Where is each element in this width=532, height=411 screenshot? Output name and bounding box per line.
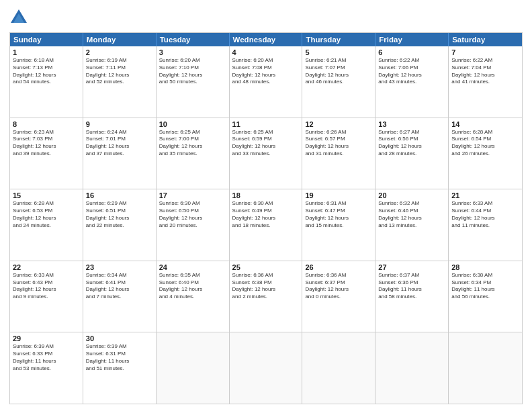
cell-line: Sunset: 6:56 PM (378, 136, 445, 143)
day-number: 5 (305, 48, 372, 56)
cal-cell-day-12: 12Sunrise: 6:26 AMSunset: 6:57 PMDayligh… (302, 118, 375, 189)
cell-line: Sunset: 6:36 PM (378, 279, 445, 287)
cell-line: Daylight: 12 hours (451, 143, 519, 150)
cell-line: Sunset: 6:41 PM (86, 279, 153, 287)
day-number: 11 (232, 120, 300, 128)
cell-line: and 56 minutes. (451, 293, 519, 301)
day-header-sunday: Sunday (10, 33, 83, 46)
cal-cell-day-2: 2Sunrise: 6:19 AMSunset: 7:11 PMDaylight… (83, 46, 157, 118)
day-header-saturday: Saturday (449, 33, 522, 46)
cell-line: Daylight: 12 hours (305, 215, 372, 222)
cell-line: Sunrise: 6:20 AM (159, 57, 226, 64)
cal-cell-day-15: 15Sunrise: 6:28 AMSunset: 6:53 PMDayligh… (10, 189, 83, 261)
day-number: 15 (13, 191, 80, 199)
cell-line: Sunset: 7:11 PM (86, 64, 153, 72)
cell-line: and 39 minutes. (13, 150, 80, 158)
calendar: SundayMondayTuesdayWednesdayThursdayFrid… (9, 32, 523, 404)
cell-line: and 20 minutes. (159, 222, 226, 230)
cell-line: and 35 minutes. (159, 150, 226, 158)
cal-cell-day-6: 6Sunrise: 6:22 AMSunset: 7:06 PMDaylight… (375, 46, 449, 118)
cell-line: and 9 minutes. (13, 293, 80, 301)
cell-line: Sunrise: 6:31 AM (305, 200, 372, 208)
cell-line: Daylight: 11 hours (13, 358, 80, 365)
cell-line: Sunrise: 6:36 AM (305, 272, 372, 279)
cell-line: Sunset: 6:34 PM (451, 279, 519, 287)
cell-line: Sunset: 6:43 PM (13, 279, 80, 287)
cell-line: and 51 minutes. (86, 365, 153, 373)
cell-line: Daylight: 12 hours (232, 72, 300, 79)
cell-line: Daylight: 12 hours (159, 286, 226, 293)
header (9, 8, 523, 27)
cal-cell-day-27: 27Sunrise: 6:37 AMSunset: 6:36 PMDayligh… (375, 261, 449, 332)
day-number: 2 (86, 48, 153, 56)
cell-line: Sunset: 6:50 PM (159, 208, 226, 215)
cell-line: Sunset: 7:08 PM (232, 64, 300, 72)
day-number: 16 (86, 191, 153, 199)
cell-line: and 41 minutes. (451, 79, 519, 86)
day-number: 26 (305, 263, 372, 271)
cell-line: Sunrise: 6:29 AM (86, 200, 153, 208)
cell-line: Sunrise: 6:39 AM (13, 343, 80, 351)
cell-line: and 53 minutes. (13, 365, 80, 373)
day-number: 18 (232, 191, 300, 199)
cell-line: and 26 minutes. (451, 150, 519, 158)
cal-cell-day-16: 16Sunrise: 6:29 AMSunset: 6:51 PMDayligh… (83, 189, 157, 261)
cell-line: Daylight: 12 hours (451, 72, 519, 79)
cell-line: Daylight: 12 hours (13, 72, 80, 79)
cell-line: and 7 minutes. (86, 293, 153, 301)
cell-line: Daylight: 12 hours (378, 72, 445, 79)
cal-cell-empty (157, 332, 230, 404)
cal-row-0: 1Sunrise: 6:18 AMSunset: 7:13 PMDaylight… (10, 46, 522, 118)
cell-line: and 18 minutes. (232, 222, 300, 230)
day-number: 3 (159, 48, 226, 56)
cal-row-4: 29Sunrise: 6:39 AMSunset: 6:33 PMDayligh… (10, 332, 522, 404)
cal-cell-day-8: 8Sunrise: 6:23 AMSunset: 7:03 PMDaylight… (10, 118, 83, 189)
cell-line: Sunset: 6:37 PM (305, 279, 372, 287)
cell-line: Daylight: 12 hours (305, 72, 372, 79)
cell-line: and 58 minutes. (378, 293, 445, 301)
day-number: 23 (86, 263, 153, 271)
cell-line: Daylight: 12 hours (13, 286, 80, 293)
day-number: 13 (378, 120, 445, 128)
cell-line: Sunset: 6:31 PM (86, 351, 153, 358)
cal-cell-day-14: 14Sunrise: 6:28 AMSunset: 6:54 PMDayligh… (449, 118, 522, 189)
cell-line: and 54 minutes. (13, 79, 80, 86)
cal-cell-day-1: 1Sunrise: 6:18 AMSunset: 7:13 PMDaylight… (10, 46, 83, 118)
cal-cell-day-21: 21Sunrise: 6:33 AMSunset: 6:44 PMDayligh… (449, 189, 522, 261)
cell-line: and 31 minutes. (305, 150, 372, 158)
cal-cell-day-5: 5Sunrise: 6:21 AMSunset: 7:07 PMDaylight… (302, 46, 375, 118)
cal-cell-day-11: 11Sunrise: 6:25 AMSunset: 6:59 PMDayligh… (230, 118, 303, 189)
day-number: 27 (378, 263, 445, 271)
cell-line: Daylight: 12 hours (159, 72, 226, 79)
day-number: 29 (13, 334, 80, 342)
cell-line: Daylight: 12 hours (86, 286, 153, 293)
cell-line: Daylight: 12 hours (378, 215, 445, 222)
cell-line: and 48 minutes. (232, 79, 300, 86)
cell-line: Sunset: 6:44 PM (451, 208, 519, 215)
cal-cell-day-19: 19Sunrise: 6:31 AMSunset: 6:47 PMDayligh… (302, 189, 375, 261)
cell-line: Sunset: 6:38 PM (232, 279, 300, 287)
cal-cell-day-13: 13Sunrise: 6:27 AMSunset: 6:56 PMDayligh… (375, 118, 449, 189)
cal-row-1: 8Sunrise: 6:23 AMSunset: 7:03 PMDaylight… (10, 118, 522, 189)
cell-line: Sunrise: 6:23 AM (13, 129, 80, 136)
cell-line: and 50 minutes. (159, 79, 226, 86)
day-number: 25 (232, 263, 300, 271)
cal-cell-day-18: 18Sunrise: 6:30 AMSunset: 6:49 PMDayligh… (230, 189, 303, 261)
cell-line: and 24 minutes. (13, 222, 80, 230)
day-number: 1 (13, 48, 80, 56)
day-header-thursday: Thursday (302, 33, 375, 46)
cal-cell-day-20: 20Sunrise: 6:32 AMSunset: 6:46 PMDayligh… (375, 189, 449, 261)
cell-line: Daylight: 11 hours (378, 286, 445, 293)
cal-cell-day-26: 26Sunrise: 6:36 AMSunset: 6:37 PMDayligh… (302, 261, 375, 332)
logo (9, 8, 31, 27)
cell-line: and 11 minutes. (451, 222, 519, 230)
cell-line: Sunrise: 6:19 AM (86, 57, 153, 64)
cell-line: Sunrise: 6:25 AM (159, 129, 226, 136)
cell-line: and 46 minutes. (305, 79, 372, 86)
cell-line: Sunset: 6:33 PM (13, 351, 80, 358)
cell-line: and 22 minutes. (86, 222, 153, 230)
cal-cell-day-3: 3Sunrise: 6:20 AMSunset: 7:10 PMDaylight… (157, 46, 230, 118)
cell-line: Sunrise: 6:38 AM (451, 272, 519, 279)
cal-cell-day-4: 4Sunrise: 6:20 AMSunset: 7:08 PMDaylight… (230, 46, 303, 118)
day-number: 17 (159, 191, 226, 199)
